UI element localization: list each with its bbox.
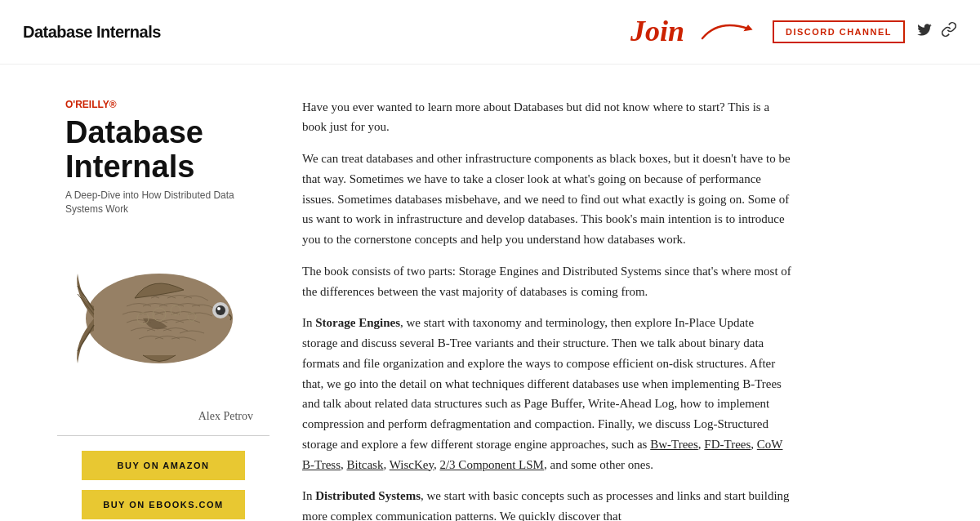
svg-point-7 [217, 307, 220, 310]
main-content: O'REILLY® DatabaseInternals A Deep-Dive … [41, 65, 939, 521]
bw-trees-link[interactable]: Bw-Trees [650, 438, 698, 451]
external-link-icon[interactable] [941, 21, 957, 42]
twitter-icon[interactable] [916, 21, 933, 42]
publisher-label: O'REILLY® [65, 97, 117, 113]
arrow-icon [696, 16, 761, 48]
desc-p2: We can treat databases and other infrast… [302, 149, 792, 250]
desc-p4: In Storage Engines, we start with taxono… [302, 313, 792, 474]
book-author: Alex Petrov [198, 407, 253, 425]
desc-p3: The book consists of two parts: Storage … [302, 261, 792, 302]
divider [57, 435, 270, 436]
book-cover-image [69, 225, 257, 396]
site-header: Database Internals Join DISCORD CHANNEL [0, 0, 980, 65]
storage-engines-bold: Storage Engines [315, 316, 400, 329]
description-column: Have you ever wanted to learn more about… [302, 97, 792, 521]
wisckey-link[interactable]: WiscKey [390, 458, 434, 471]
distributed-systems-bold: Distributed Systems [315, 489, 421, 502]
buy-ebooks-button[interactable]: BUY ON EBOOKS.COM [82, 490, 245, 519]
component-lsm-link[interactable]: 2/3 Component LSM [439, 458, 544, 471]
desc-p1: Have you ever wanted to learn more about… [302, 97, 792, 138]
discord-channel-button[interactable]: DISCORD CHANNEL [773, 20, 905, 43]
join-label: Join [630, 8, 684, 56]
desc-p5: In Distributed Systems, we start with ba… [302, 486, 792, 521]
header-right: Join DISCORD CHANNEL [630, 8, 957, 56]
site-logo: Database Internals [23, 19, 161, 45]
book-subtitle: A Deep-Dive into How Distributed DataSys… [65, 189, 234, 216]
fd-trees-link[interactable]: FD-Trees [704, 438, 751, 451]
svg-line-4 [78, 325, 94, 351]
bitcask-link[interactable]: Bitcask [346, 458, 383, 471]
book-title: DatabaseInternals [65, 116, 203, 185]
buy-amazon-button[interactable]: BUY ON AMAZON [82, 451, 245, 480]
header-icons [916, 21, 957, 42]
book-column: O'REILLY® DatabaseInternals A Deep-Dive … [57, 97, 270, 521]
svg-point-6 [216, 305, 225, 315]
